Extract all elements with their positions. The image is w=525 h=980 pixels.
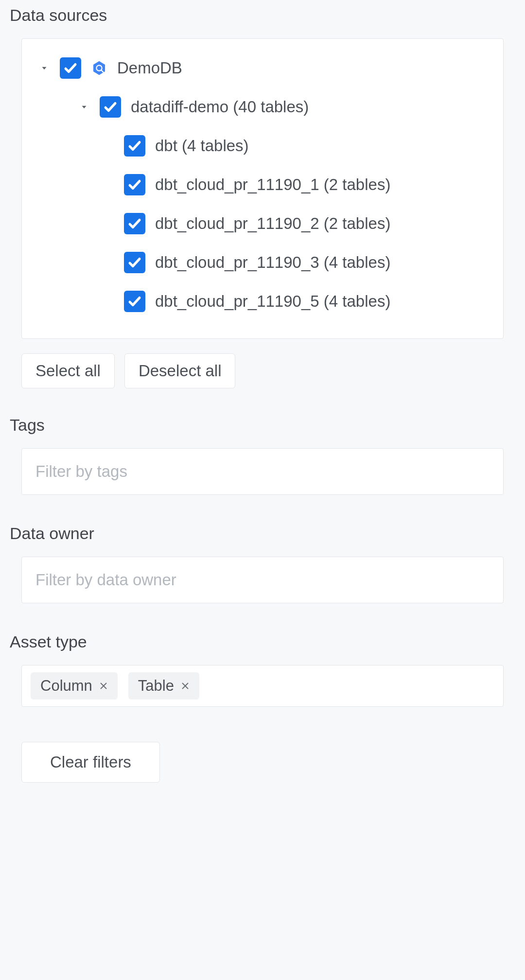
- deselect-all-button[interactable]: Deselect all: [124, 353, 236, 388]
- data-source-tree: DemoDB datadiff-demo (40 tables) dbt (4 …: [21, 38, 504, 339]
- tags-input-container[interactable]: [21, 448, 504, 495]
- checkbox-item[interactable]: [124, 291, 145, 312]
- checkbox-item[interactable]: [124, 213, 145, 234]
- tree-label[interactable]: datadiff-demo (40 tables): [131, 98, 309, 116]
- tree-label[interactable]: DemoDB: [117, 59, 182, 77]
- tree-label[interactable]: dbt_cloud_pr_11190_3 (4 tables): [155, 253, 390, 272]
- asset-type-chip: Column: [31, 672, 118, 700]
- section-title-asset-type: Asset type: [10, 632, 516, 651]
- checkbox-item[interactable]: [124, 174, 145, 195]
- tree-row-root: DemoDB: [38, 57, 487, 79]
- chip-label: Table: [138, 677, 174, 695]
- section-title-tags: Tags: [10, 416, 516, 435]
- chip-label: Column: [40, 677, 92, 695]
- chip-remove-icon[interactable]: [181, 682, 190, 690]
- tree-label[interactable]: dbt (4 tables): [155, 137, 249, 155]
- tree-label[interactable]: dbt_cloud_pr_11190_1 (2 tables): [155, 175, 390, 194]
- section-title-data-owner: Data owner: [10, 524, 516, 543]
- caret-down-icon[interactable]: [38, 62, 50, 74]
- tree-row-item: dbt_cloud_pr_11190_2 (2 tables): [38, 213, 487, 234]
- bigquery-icon: [91, 60, 107, 76]
- caret-down-icon[interactable]: [78, 101, 90, 113]
- tags-input[interactable]: [35, 462, 490, 481]
- filter-panel: Data sources DemoDB: [0, 6, 525, 802]
- tree-row-item: dbt_cloud_pr_11190_3 (4 tables): [38, 252, 487, 273]
- checkbox-item[interactable]: [124, 135, 145, 157]
- select-all-button[interactable]: Select all: [21, 353, 115, 388]
- tree-row-item: dbt_cloud_pr_11190_1 (2 tables): [38, 174, 487, 195]
- tree-row-schema: datadiff-demo (40 tables): [38, 96, 487, 118]
- checkbox-schema[interactable]: [100, 96, 121, 118]
- tree-label[interactable]: dbt_cloud_pr_11190_2 (2 tables): [155, 214, 390, 233]
- data-owner-input-container[interactable]: [21, 557, 504, 603]
- tree-label[interactable]: dbt_cloud_pr_11190_5 (4 tables): [155, 292, 390, 311]
- select-button-row: Select all Deselect all: [21, 353, 504, 388]
- checkbox-item[interactable]: [124, 252, 145, 273]
- svg-marker-0: [93, 61, 105, 75]
- clear-filters-button[interactable]: Clear filters: [21, 742, 160, 783]
- checkbox-root[interactable]: [60, 57, 81, 79]
- tree-row-item: dbt_cloud_pr_11190_5 (4 tables): [38, 291, 487, 312]
- section-title-data-sources: Data sources: [10, 6, 516, 25]
- tree-row-item: dbt (4 tables): [38, 135, 487, 157]
- asset-type-chip: Table: [128, 672, 199, 700]
- chip-remove-icon[interactable]: [99, 682, 108, 690]
- data-owner-input[interactable]: [35, 571, 490, 589]
- asset-type-chip-box[interactable]: Column Table: [21, 665, 504, 707]
